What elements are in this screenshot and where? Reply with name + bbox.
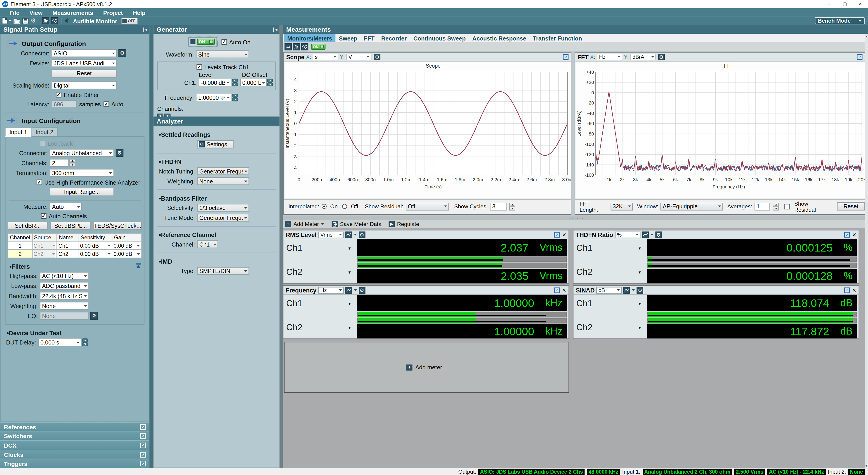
- regulate-button[interactable]: Regulate: [397, 221, 419, 227]
- popout-icon[interactable]: ↗: [140, 452, 146, 457]
- interpolated-on-radio[interactable]: [321, 204, 327, 209]
- collapse-panel-icon[interactable]: ❙◂: [272, 27, 277, 32]
- window-dropdown[interactable]: AP-Equiripple: [660, 203, 723, 210]
- show-cycles-input[interactable]: 3: [490, 203, 506, 210]
- tab-continuous-sweep[interactable]: Continuous Sweep: [410, 34, 469, 42]
- name-cell-input[interactable]: Ch2: [57, 249, 79, 258]
- scope-popout-icon[interactable]: ↗: [563, 54, 568, 59]
- meter-popout-icon[interactable]: ↗: [844, 287, 850, 293]
- meter-popout-icon[interactable]: ↗: [555, 287, 560, 293]
- fft-x-unit-dropdown[interactable]: Hz: [597, 53, 622, 60]
- save-meter-data-button[interactable]: Save Meter Data: [340, 221, 381, 227]
- sidebar-item-dcx[interactable]: DCX ↗: [0, 440, 149, 450]
- panel-splitter[interactable]: [280, 25, 283, 468]
- waveform-monitor-icon[interactable]: [301, 43, 308, 50]
- collapse-panel-icon[interactable]: ❙◂: [141, 27, 147, 32]
- scaling-mode-dropdown[interactable]: Digital: [52, 82, 117, 89]
- swap-io-icon[interactable]: ⇄: [285, 43, 292, 50]
- meter-chart-icon[interactable]: [623, 287, 630, 293]
- tab-recorder[interactable]: Recorder: [378, 34, 410, 42]
- source-cell-dropdown[interactable]: Ch2: [32, 249, 57, 258]
- gain-cell-dropdown[interactable]: 0.00 dB: [112, 241, 142, 250]
- meter-chart-icon[interactable]: [345, 287, 352, 293]
- auto-on-checkbox[interactable]: ✓: [221, 39, 227, 44]
- signal-monitor-icon[interactable]: [42, 17, 49, 24]
- scope-settings-icon[interactable]: ⚙: [374, 53, 380, 60]
- add-meter-dropzone[interactable]: + Add meter...: [284, 342, 569, 393]
- meter-settings-icon[interactable]: ⚙: [359, 231, 365, 238]
- bandwidth-dropdown[interactable]: 22.4k (48 kHz SR): [40, 292, 89, 300]
- levels-track-checkbox[interactable]: ✓: [196, 64, 202, 70]
- meter-close-icon[interactable]: ✕: [562, 232, 566, 237]
- reset-button[interactable]: Reset: [52, 69, 117, 78]
- ch1-level-stepper[interactable]: [232, 79, 238, 86]
- open-project-icon[interactable]: [13, 18, 21, 24]
- vertical-scrollbar[interactable]: ▲ ▼: [865, 34, 868, 468]
- fft-y-unit-dropdown[interactable]: dBrA: [630, 53, 656, 60]
- channel-selector[interactable]: Ch1▼: [576, 243, 645, 253]
- imd-type-dropdown[interactable]: SMPTE/DIN: [197, 267, 249, 275]
- ref-channel-dropdown[interactable]: Ch1: [197, 240, 218, 248]
- auto-channels-checkbox[interactable]: ✓: [41, 213, 46, 219]
- popout-icon[interactable]: ↗: [140, 461, 146, 467]
- tab-fft[interactable]: FFT: [361, 34, 378, 42]
- unit-dropdown[interactable]: %: [615, 231, 640, 238]
- tab-input-1[interactable]: Input 1: [5, 127, 32, 137]
- frequency-stepper[interactable]: [232, 94, 238, 101]
- fft-settings-icon[interactable]: ⚙: [658, 53, 664, 60]
- dut-delay-stepper[interactable]: [82, 338, 88, 346]
- bench-mode-selector[interactable]: Bench Mode: [815, 17, 865, 24]
- ana-weighting-dropdown[interactable]: None: [197, 177, 249, 185]
- menu-help[interactable]: Help: [128, 9, 151, 16]
- tab-acoustic-response[interactable]: Acoustic Response: [469, 34, 530, 42]
- sidebar-item-switchers[interactable]: Switchers ↗: [0, 432, 149, 441]
- output-device-dropdown[interactable]: JDS Labs USB Audi...: [52, 59, 117, 67]
- menu-project[interactable]: Project: [98, 9, 128, 16]
- channel-selector[interactable]: Ch2▼: [286, 322, 355, 332]
- sidebar-item-references[interactable]: References ↗: [0, 422, 149, 432]
- averages-stepper[interactable]: [773, 203, 779, 210]
- ch1-level-dropdown[interactable]: -0.000 dBFS: [199, 79, 231, 86]
- meter-settings-icon[interactable]: ⚙: [637, 287, 643, 293]
- tab-input-2[interactable]: Input 2: [32, 127, 58, 137]
- fft-length-dropdown[interactable]: 32K: [610, 203, 632, 210]
- maximize-button[interactable]: ▢: [837, 0, 852, 8]
- speaker-icon[interactable]: [64, 18, 70, 24]
- gain-cell-dropdown[interactable]: 0.00 dB: [112, 249, 142, 258]
- tab-transfer-function[interactable]: Transfer Function: [530, 34, 585, 42]
- latency-auto-checkbox[interactable]: ✓: [103, 101, 109, 107]
- source-cell-dropdown[interactable]: Ch1: [32, 241, 57, 250]
- channels-stepper[interactable]: [69, 159, 75, 167]
- sensitivity-cell-dropdown[interactable]: 0.00 dB: [79, 241, 112, 250]
- tune-mode-dropdown[interactable]: Generator Frequency: [197, 214, 249, 221]
- scope-chart[interactable]: Scope0200u400u600u800u1.0m1.2m1.4m1.6m1.…: [285, 62, 571, 199]
- input-connector-settings-icon[interactable]: ⚙: [116, 149, 123, 157]
- popout-icon[interactable]: ↗: [140, 443, 146, 448]
- collapse-section-icon[interactable]: [135, 263, 142, 270]
- teds-syscheck-button[interactable]: TEDS/SysCheck...: [93, 222, 142, 230]
- unit-dropdown[interactable]: dB: [596, 287, 622, 293]
- audible-monitor-toggle[interactable]: OFF: [121, 18, 138, 24]
- scroll-down-icon[interactable]: ▼: [865, 464, 868, 468]
- menu-measurements[interactable]: Measurements: [48, 9, 98, 16]
- dc-offset-dropdown[interactable]: 0.000 D: [240, 79, 267, 86]
- dc-offset-stepper[interactable]: [268, 79, 273, 86]
- meter-settings-icon[interactable]: ⚙: [359, 287, 365, 293]
- monitor-on-toggle[interactable]: ON: [311, 43, 326, 50]
- popout-icon[interactable]: ↗: [140, 434, 146, 439]
- popout-icon[interactable]: ↗: [140, 424, 146, 429]
- menu-view[interactable]: View: [24, 9, 48, 16]
- channel-selector[interactable]: Ch1▼: [286, 299, 355, 308]
- frequency-dropdown[interactable]: 1.00000 kHz: [196, 94, 231, 101]
- weighting-dropdown[interactable]: None: [40, 302, 89, 310]
- termination-dropdown[interactable]: 300 ohm: [50, 169, 114, 177]
- show-residual-dropdown[interactable]: Off: [405, 203, 449, 210]
- selectivity-dropdown[interactable]: 1/3 octave: [197, 204, 249, 211]
- panel-splitter[interactable]: [149, 25, 153, 468]
- show-cycles-stepper[interactable]: [509, 203, 515, 210]
- scroll-up-icon[interactable]: ▲: [865, 34, 868, 38]
- meter-close-icon[interactable]: ✕: [852, 287, 856, 293]
- meter-chart-icon[interactable]: [345, 231, 352, 238]
- averages-input[interactable]: 1: [754, 203, 770, 210]
- fft-show-residual-checkbox[interactable]: [784, 204, 790, 209]
